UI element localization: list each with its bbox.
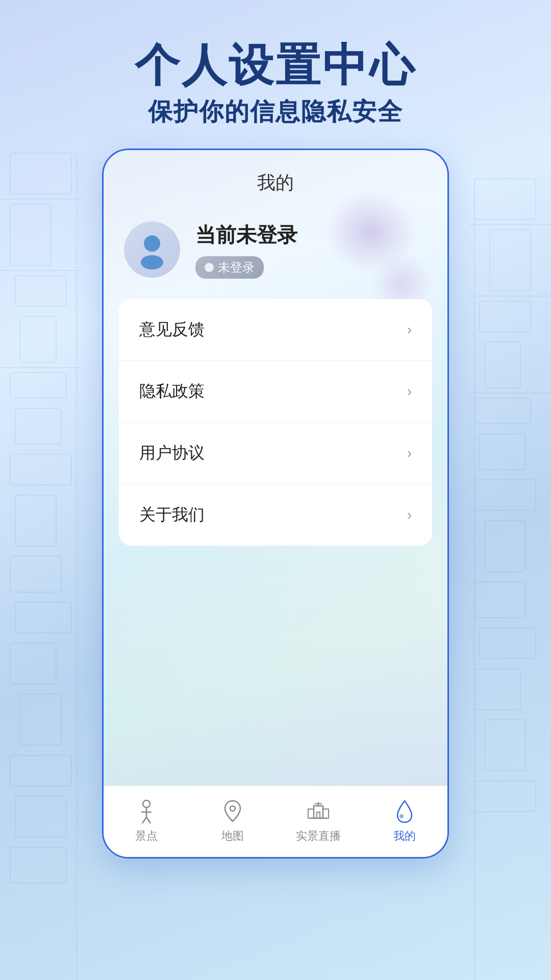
map-pin-icon xyxy=(220,799,245,824)
chevron-right-icon: › xyxy=(407,383,412,400)
nav-label-mine: 我的 xyxy=(393,828,416,844)
svg-rect-4 xyxy=(10,373,66,398)
svg-rect-19 xyxy=(474,179,536,219)
svg-rect-11 xyxy=(20,694,61,745)
page-subtitle: 保护你的信息隐私安全 xyxy=(0,95,551,128)
svg-rect-10 xyxy=(10,643,56,684)
badge-label: 未登录 xyxy=(218,259,255,276)
svg-rect-0 xyxy=(10,153,71,194)
chevron-right-icon: › xyxy=(407,445,412,461)
svg-rect-29 xyxy=(474,669,520,709)
nav-label-map: 地图 xyxy=(221,828,244,844)
menu-item-agreement[interactable]: 用户协议 › xyxy=(119,423,432,484)
svg-point-51 xyxy=(400,815,403,818)
svg-rect-8 xyxy=(10,556,61,592)
nav-item-map[interactable]: 地图 xyxy=(190,799,276,844)
badge-dot-icon xyxy=(205,263,214,272)
menu-item-about[interactable]: 关于我们 › xyxy=(119,484,432,546)
svg-rect-6 xyxy=(10,454,71,485)
svg-rect-45 xyxy=(317,812,320,818)
chevron-right-icon: › xyxy=(407,507,412,523)
svg-rect-7 xyxy=(15,495,56,546)
person-icon xyxy=(134,799,159,824)
svg-rect-25 xyxy=(474,480,536,510)
menu-item-about-label: 关于我们 xyxy=(139,504,205,526)
svg-rect-12 xyxy=(10,755,71,786)
avatar xyxy=(124,222,180,278)
page-title: 个人设置中心 xyxy=(0,41,551,90)
menu-item-agreement-label: 用户协议 xyxy=(139,442,205,464)
svg-rect-30 xyxy=(485,720,525,771)
svg-rect-23 xyxy=(474,398,531,424)
svg-rect-9 xyxy=(15,602,71,633)
svg-rect-31 xyxy=(474,781,536,812)
nav-item-mine[interactable]: 我的 xyxy=(362,799,448,844)
svg-rect-21 xyxy=(480,301,531,332)
svg-rect-13 xyxy=(15,796,66,837)
svg-rect-2 xyxy=(15,276,66,306)
login-status-badge[interactable]: 未登录 xyxy=(195,256,264,279)
phone-mockup: 我的 当前未登录 未登录 意见反馈 › 隐私政策 › xyxy=(102,149,449,859)
svg-rect-24 xyxy=(480,434,525,470)
svg-line-41 xyxy=(142,817,146,823)
bottom-nav: 景点 地图 xyxy=(104,786,447,857)
svg-rect-27 xyxy=(474,582,525,618)
svg-rect-22 xyxy=(485,342,520,388)
svg-rect-28 xyxy=(480,628,536,658)
svg-rect-1 xyxy=(10,204,51,265)
svg-point-36 xyxy=(144,235,160,252)
menu-item-feedback[interactable]: 意见反馈 › xyxy=(119,299,432,361)
nav-label-spots: 景点 xyxy=(135,828,158,844)
svg-rect-3 xyxy=(20,316,56,362)
chevron-right-icon: › xyxy=(407,322,412,338)
profile-section: 当前未登录 未登录 xyxy=(104,211,447,294)
nav-label-live: 实景直播 xyxy=(296,828,341,844)
building-icon xyxy=(306,799,331,824)
svg-rect-20 xyxy=(490,230,531,291)
svg-point-43 xyxy=(230,806,235,811)
water-drop-icon xyxy=(392,799,417,824)
avatar-icon xyxy=(132,229,172,270)
nav-item-live[interactable]: 实景直播 xyxy=(276,799,362,844)
svg-rect-26 xyxy=(485,521,525,572)
menu-item-privacy[interactable]: 隐私政策 › xyxy=(119,361,432,423)
menu-item-privacy-label: 隐私政策 xyxy=(139,380,205,403)
profile-info: 当前未登录 未登录 xyxy=(195,221,297,279)
nav-item-spots[interactable]: 景点 xyxy=(104,799,190,844)
svg-point-37 xyxy=(141,255,163,270)
profile-name: 当前未登录 xyxy=(195,221,297,249)
svg-rect-14 xyxy=(10,847,66,883)
svg-rect-48 xyxy=(323,809,329,818)
screen-title: 我的 xyxy=(104,150,447,211)
menu-item-feedback-label: 意见反馈 xyxy=(139,318,205,341)
header: 个人设置中心 保护你的信息隐私安全 xyxy=(0,0,551,149)
svg-rect-47 xyxy=(308,809,314,818)
svg-rect-5 xyxy=(15,408,61,444)
menu-list: 意见反馈 › 隐私政策 › 用户协议 › 关于我们 › xyxy=(119,299,432,546)
svg-line-42 xyxy=(146,817,151,823)
svg-point-38 xyxy=(143,800,150,807)
